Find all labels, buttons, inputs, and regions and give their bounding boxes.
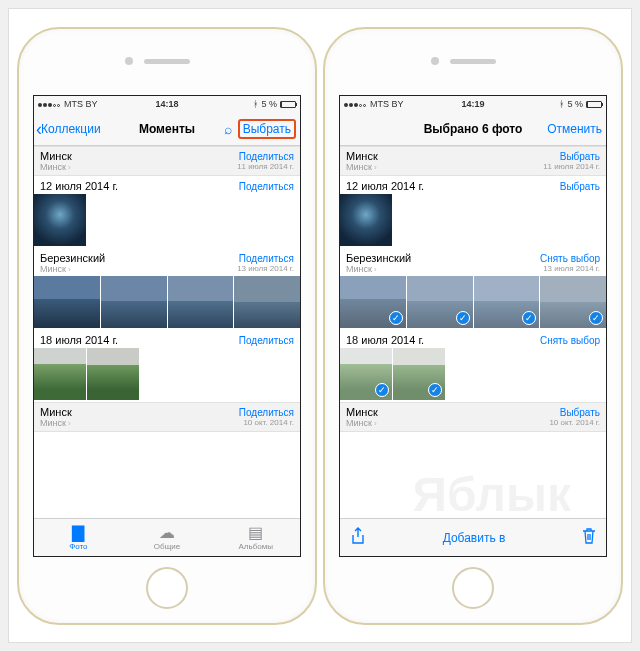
trash-button[interactable] [582,527,596,548]
signal-dots-icon [344,99,367,109]
photo-thumbnail-selected[interactable]: ✓ [540,276,606,328]
section-header[interactable]: 12 июля 2014 г. Выбрать [340,176,606,194]
section-date: 10 окт. 2014 г. [243,418,294,427]
select-action[interactable]: Выбрать [560,407,600,418]
search-button[interactable]: ⌕ [224,121,232,137]
phone-speaker [144,59,190,64]
select-action[interactable]: Выбрать [560,181,600,192]
select-button[interactable]: Выбрать [238,119,296,139]
home-button[interactable] [452,567,494,609]
section-header[interactable]: 18 июля 2014 г. Поделиться [34,330,300,348]
section-subtitle: Минск› [40,162,72,172]
trash-icon [582,527,596,544]
tab-albums[interactable]: ▤ Альбомы [211,519,300,556]
section-header[interactable]: Минск Минск› Поделиться 10 окт. 2014 г. [34,402,300,432]
photo-thumbnail[interactable] [34,348,86,400]
section-date: 10 окт. 2014 г. [549,418,600,427]
section-subtitle: Минск› [40,418,72,428]
tab-shared[interactable]: ☁ Общие [123,519,212,556]
signal-dots-icon [38,99,61,109]
nav-title: Выбрано 6 фото [424,122,523,136]
battery-text: 5 % [567,99,583,109]
section-title: Минск [346,406,378,418]
add-to-button[interactable]: Добавить в [443,531,506,545]
section-header[interactable]: Минск Минск› Поделиться 11 июля 2014 г. [34,146,300,176]
photo-thumbnail-selected[interactable]: ✓ [407,276,473,328]
battery-text: 5 % [261,99,277,109]
photo-thumbnail[interactable] [234,276,300,328]
section-header[interactable]: Минск Минск› Выбрать 10 окт. 2014 г. [340,402,606,432]
share-action[interactable]: Поделиться [239,335,294,346]
photo-thumbnail[interactable] [101,276,167,328]
section-title: 18 июля 2014 г. [40,334,118,346]
battery-icon [586,101,602,108]
section-header[interactable]: Березинский Минск› Поделиться 13 июля 20… [34,248,300,276]
moments-scroll[interactable]: Минск Минск› Выбрать 11 июля 2014 г. 12 … [340,146,606,518]
thumbnail-row [34,276,300,330]
cloud-icon: ☁ [159,525,175,541]
section-title: Минск [40,150,72,162]
phone-camera [125,57,133,65]
photo-thumbnail-selected[interactable]: ✓ [474,276,540,328]
phone-speaker [450,59,496,64]
section-title: Минск [40,406,72,418]
photo-thumbnail[interactable] [168,276,234,328]
section-title: Березинский [346,252,411,264]
chevron-right-icon: › [68,163,71,172]
nav-bar: ‹ Коллекции Моменты ⌕ Выбрать [34,112,300,146]
share-button[interactable] [350,527,366,549]
back-label: Коллекции [41,122,101,136]
photo-thumbnail-selected[interactable]: ✓ [340,276,406,328]
chevron-right-icon: › [374,163,377,172]
section-subtitle: Минск› [346,418,378,428]
section-header[interactable]: Минск Минск› Выбрать 11 июля 2014 г. [340,146,606,176]
share-action[interactable]: Поделиться [239,151,294,162]
home-button[interactable] [146,567,188,609]
back-button[interactable]: ‹ Коллекции [34,120,101,138]
status-left: MTS BY [344,99,404,109]
battery-icon [280,101,296,108]
photo-thumbnail[interactable] [87,348,139,400]
section-date: 11 июля 2014 г. [237,162,294,171]
cancel-button[interactable]: Отменить [547,122,602,136]
checkmark-icon: ✓ [589,311,603,325]
section-date: 13 июля 2014 г. [237,264,294,273]
photos-icon: ▇ [72,525,84,541]
status-bar: MTS BY 14:18 ᚼ 5 % [34,96,300,112]
chevron-right-icon: › [374,265,377,274]
chevron-right-icon: › [68,419,71,428]
select-action[interactable]: Выбрать [560,151,600,162]
phone-left: MTS BY 14:18 ᚼ 5 % ‹ Коллекции Моменты ⌕… [17,27,317,625]
phone-right: MTS BY 14:19 ᚼ 5 % Выбрано 6 фото Отмени… [323,27,623,625]
carrier-label: MTS BY [64,99,98,109]
deselect-action[interactable]: Снять выбор [540,335,600,346]
thumbnail-row: ✓ ✓ [340,348,606,402]
phone-camera [431,57,439,65]
photo-thumbnail[interactable] [34,194,86,246]
status-right: ᚼ 5 % [559,99,602,109]
section-title: Березинский [40,252,105,264]
tab-photos[interactable]: ▇ Фото [34,519,123,556]
albums-icon: ▤ [248,525,263,541]
thumbnail-row [340,194,606,248]
checkmark-icon: ✓ [389,311,403,325]
photo-thumbnail-selected[interactable]: ✓ [393,348,445,400]
share-action[interactable]: Поделиться [239,253,294,264]
section-header[interactable]: 18 июля 2014 г. Снять выбор [340,330,606,348]
photo-thumbnail[interactable] [34,276,100,328]
status-bar: MTS BY 14:19 ᚼ 5 % [340,96,606,112]
tab-label: Альбомы [238,542,272,551]
section-header[interactable]: 12 июля 2014 г. Поделиться [34,176,300,194]
nav-bar: Выбрано 6 фото Отменить [340,112,606,146]
photo-thumbnail-selected[interactable]: ✓ [340,348,392,400]
section-header[interactable]: Березинский Минск› Снять выбор 13 июля 2… [340,248,606,276]
moments-scroll[interactable]: Минск Минск› Поделиться 11 июля 2014 г. … [34,146,300,518]
share-action[interactable]: Поделиться [239,181,294,192]
chevron-right-icon: › [68,265,71,274]
checkmark-icon: ✓ [522,311,536,325]
chevron-right-icon: › [374,419,377,428]
share-action[interactable]: Поделиться [239,407,294,418]
screen-left: MTS BY 14:18 ᚼ 5 % ‹ Коллекции Моменты ⌕… [33,95,301,557]
deselect-action[interactable]: Снять выбор [540,253,600,264]
photo-thumbnail[interactable] [340,194,392,246]
